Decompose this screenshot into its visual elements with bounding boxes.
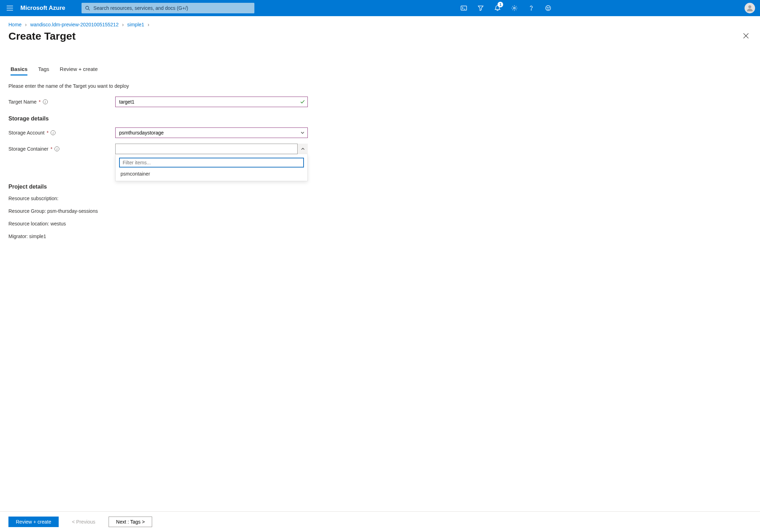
breadcrumb-link[interactable]: simple1 xyxy=(127,22,144,27)
svg-point-11 xyxy=(549,7,550,8)
required-indicator: * xyxy=(39,99,40,105)
storage-account-label: Storage Account * i xyxy=(8,130,115,136)
target-name-label: Target Name * i xyxy=(8,99,115,105)
help-icon xyxy=(528,5,534,11)
tab-review-create[interactable]: Review + create xyxy=(60,63,98,75)
notifications-button[interactable]: 1 xyxy=(489,0,506,16)
breadcrumb: Home › wandisco.ldm-preview-202010051552… xyxy=(0,16,760,30)
required-indicator: * xyxy=(47,130,48,136)
feedback-icon xyxy=(545,5,551,11)
notification-badge: 1 xyxy=(498,2,503,7)
info-icon[interactable]: i xyxy=(51,130,56,135)
target-name-row: Target Name * i xyxy=(8,97,752,107)
page-title: Create Target xyxy=(8,30,740,42)
form-area: Please enter the name of the Target you … xyxy=(0,75,760,511)
svg-line-4 xyxy=(88,9,90,11)
info-icon[interactable]: i xyxy=(54,146,59,151)
help-button[interactable] xyxy=(523,0,540,16)
chevron-up-icon[interactable] xyxy=(297,144,308,154)
dropdown-filter-input[interactable] xyxy=(119,158,304,168)
tab-tags[interactable]: Tags xyxy=(38,63,49,75)
footer-bar: Review + create < Previous Next : Tags > xyxy=(0,511,760,532)
top-bar: Microsoft Azure 1 xyxy=(0,0,760,16)
info-icon[interactable]: i xyxy=(43,99,48,104)
check-icon xyxy=(300,99,305,104)
svg-point-7 xyxy=(514,7,515,9)
dropdown-option[interactable]: psmcontainer xyxy=(119,168,304,177)
migrator: Migrator: simple1 xyxy=(8,234,752,239)
search-wrap xyxy=(82,3,254,13)
svg-point-3 xyxy=(86,6,89,9)
chevron-right-icon: › xyxy=(148,22,149,27)
target-name-input[interactable] xyxy=(115,97,308,107)
storage-heading: Storage details xyxy=(8,116,752,122)
storage-account-row: Storage Account * i xyxy=(8,127,752,138)
required-indicator: * xyxy=(51,146,52,152)
filter-icon xyxy=(478,5,484,11)
svg-point-10 xyxy=(547,7,548,8)
gear-icon xyxy=(511,5,518,11)
intro-text: Please enter the name of the Target you … xyxy=(8,83,752,89)
close-button[interactable] xyxy=(740,30,752,41)
storage-account-select[interactable] xyxy=(115,127,308,138)
chevron-right-icon: › xyxy=(122,22,124,27)
resource-location: Resource location: westus xyxy=(8,221,752,226)
svg-rect-5 xyxy=(461,6,467,10)
storage-container-label: Storage Container * i xyxy=(8,146,115,152)
tabs-row: Basics Tags Review + create xyxy=(0,63,760,75)
svg-point-9 xyxy=(546,6,551,11)
close-icon xyxy=(743,33,749,39)
brand-label[interactable]: Microsoft Azure xyxy=(18,5,72,12)
storage-container-select[interactable] xyxy=(115,144,308,154)
settings-button[interactable] xyxy=(506,0,523,16)
person-icon xyxy=(746,4,754,12)
page-header: Create Target xyxy=(0,30,760,49)
menu-toggle[interactable] xyxy=(2,0,18,16)
svg-point-12 xyxy=(748,5,751,8)
storage-container-dropdown: psmcontainer xyxy=(115,154,308,181)
cloud-shell-button[interactable] xyxy=(455,0,472,16)
next-button[interactable]: Next : Tags > xyxy=(109,517,152,527)
account-avatar[interactable] xyxy=(745,3,755,13)
svg-point-8 xyxy=(531,9,532,10)
review-create-button[interactable]: Review + create xyxy=(8,517,59,527)
hamburger-icon xyxy=(7,6,13,11)
chevron-right-icon: › xyxy=(25,22,27,27)
tab-basics[interactable]: Basics xyxy=(11,63,27,75)
project-heading: Project details xyxy=(8,184,752,190)
search-icon xyxy=(85,6,90,11)
storage-container-row: Storage Container * i psmcontainer xyxy=(8,144,752,154)
chevron-down-icon[interactable] xyxy=(297,127,308,138)
resource-group: Resource Group: psm-thursday-sessions xyxy=(8,208,752,214)
previous-button: < Previous xyxy=(65,517,103,527)
topbar-icons: 1 xyxy=(455,0,557,16)
cloud-shell-icon xyxy=(461,6,467,11)
breadcrumb-link[interactable]: wandisco.ldm-preview-20201005155212 xyxy=(30,22,118,27)
directory-filter-button[interactable] xyxy=(472,0,489,16)
resource-subscription: Resource subscription: xyxy=(8,196,752,201)
feedback-button[interactable] xyxy=(540,0,557,16)
breadcrumb-link[interactable]: Home xyxy=(8,22,21,27)
search-input[interactable] xyxy=(82,3,254,13)
